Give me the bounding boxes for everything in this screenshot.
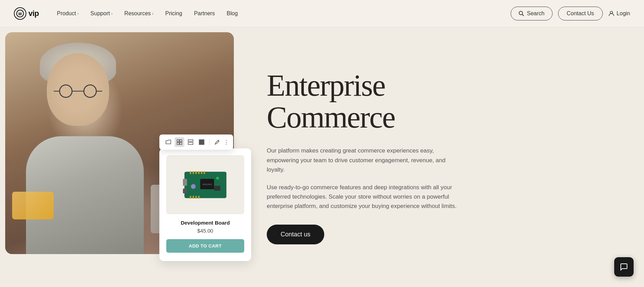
svg-text:ARDUINO: ARDUINO [202,183,212,185]
nav-link-resources[interactable]: Resources › [120,8,158,19]
svg-rect-19 [183,189,187,193]
product-price: $45.00 [166,228,244,234]
product-image-area: ARDUINO [166,155,244,214]
editor-toolbar: ⋮ [159,134,233,150]
svg-rect-16 [199,140,204,145]
svg-rect-13 [180,142,182,145]
chat-icon [620,263,628,271]
svg-rect-18 [183,179,187,186]
add-to-cart-button[interactable]: ADD TO CART [166,239,244,253]
svg-rect-28 [190,196,191,199]
svg-rect-23 [193,171,194,174]
face-shape [47,53,109,126]
svg-rect-10 [177,140,179,142]
logo[interactable]: W vip [14,7,39,20]
svg-rect-31 [198,196,200,199]
svg-point-32 [216,177,219,180]
svg-rect-15 [188,142,193,145]
nav-item-resources[interactable]: Resources › [120,8,158,19]
toolbar-layout-icon[interactable] [186,137,195,147]
hero-desc1: Our platform makes creating great commer… [267,146,461,174]
nav-item-partners[interactable]: Partners [190,8,219,19]
hero-desc2: Use ready-to-go commerce features and de… [267,183,461,211]
toolbar-divider [209,139,210,146]
svg-point-2 [519,11,523,15]
contact-us-cta-button[interactable]: Contact us [267,225,324,244]
product-card: ARDUINO [159,148,251,261]
navbar-left: W vip Product › Support › Resources [14,7,242,20]
navbar: W vip Product › Support › Resources [0,0,644,27]
chevron-icon: › [152,11,153,16]
product-image: ARDUINO [183,168,228,201]
chat-widget[interactable] [614,257,634,277]
credit-card-shape [12,192,54,219]
nav-link-support[interactable]: Support › [86,8,117,19]
product-card-inner: ARDUINO [159,148,251,261]
navbar-right: Search Contact Us Login [511,7,630,20]
svg-rect-29 [193,196,194,199]
nav-links: Product › Support › Resources › Pricing [53,8,242,19]
svg-rect-26 [201,171,202,174]
toolbar-pencil-icon[interactable] [212,137,222,147]
toolbar-grid-icon[interactable] [175,137,184,147]
toolbar-square-icon[interactable] [197,137,206,147]
svg-text:W: W [18,12,22,16]
svg-rect-12 [177,142,179,145]
toolbar-folder-icon[interactable] [164,137,173,147]
glasses-icon [54,84,102,98]
contact-us-button[interactable]: Contact Us [558,7,603,20]
svg-rect-33 [214,186,220,191]
svg-rect-11 [180,140,182,142]
nav-item-pricing[interactable]: Pricing [161,8,186,19]
wp-logo-mark: W [14,7,26,20]
svg-rect-24 [195,171,197,174]
nav-item-support[interactable]: Support › [86,8,117,19]
svg-point-5 [60,85,72,97]
svg-rect-22 [190,171,191,174]
nav-item-blog[interactable]: Blog [222,8,242,19]
nav-link-product[interactable]: Product › [53,8,83,19]
search-icon [519,11,524,16]
chevron-icon: › [111,11,113,16]
hero-content: Enterprise Commerce Our platform makes c… [232,27,644,287]
svg-rect-14 [188,140,193,141]
svg-rect-30 [195,196,197,199]
chevron-icon: › [77,11,79,16]
svg-line-3 [522,14,524,16]
hero-section: ⋮ ARDUINO [0,27,644,287]
toolbar-more-icon[interactable]: ⋮ [223,139,229,146]
nav-link-partners[interactable]: Partners [190,8,219,19]
search-button[interactable]: Search [511,7,553,20]
svg-point-34 [191,184,196,189]
hero-title: Enterprise Commerce [267,70,616,134]
svg-rect-25 [198,171,200,174]
svg-point-6 [84,85,96,97]
svg-rect-27 [204,171,205,174]
hero-image-area: ⋮ ARDUINO [0,27,232,287]
nav-link-pricing[interactable]: Pricing [161,8,186,19]
nav-link-blog[interactable]: Blog [222,8,242,19]
product-name: Development Board [166,220,244,226]
user-icon [608,10,615,17]
nav-item-product[interactable]: Product › [53,8,83,19]
login-button[interactable]: Login [608,10,630,17]
vip-label: vip [28,9,39,18]
